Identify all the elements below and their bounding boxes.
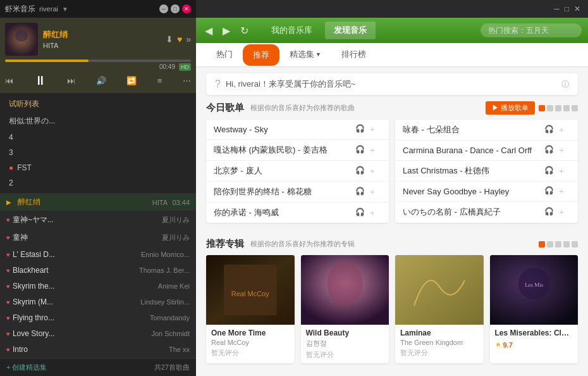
song-row[interactable]: Westway - Sky 🎧 ＋ (206, 120, 389, 140)
list-item[interactable]: ♥ 童神 夏川りみ (0, 229, 196, 247)
play-pause-button[interactable]: ⏸ (34, 73, 47, 88)
back-button[interactable]: ◀ (202, 22, 215, 39)
albums-dot-3[interactable] (555, 241, 561, 248)
minimize-button[interactable]: ─ (159, 4, 168, 13)
sidebar-item-similar[interactable]: 相似:世界の... (0, 113, 196, 130)
tab-charts[interactable]: 排行榜 (331, 44, 376, 66)
headphone-icon[interactable]: 🎧 (544, 125, 554, 135)
headphone-icon[interactable]: 🎧 (355, 166, 365, 177)
view-dot-3[interactable] (555, 105, 561, 111)
song-row[interactable]: Last Christmas - 杜德伟 🎧 ＋ (395, 161, 578, 182)
tab-recommend[interactable]: 推荐 (243, 44, 279, 66)
playlist-item-active[interactable]: ▶ 醉红绡 HITA 03:44 (0, 194, 196, 211)
list-item[interactable]: ♥ Intro The xx (0, 342, 196, 358)
progress-bar[interactable] (5, 60, 191, 62)
list-item[interactable]: ♥ Skyrim (M... Lindsey Stirlin... (0, 294, 196, 310)
prev-button[interactable]: ⏮ (5, 76, 13, 85)
main-close-button[interactable]: ✕ (572, 4, 583, 13)
more-button[interactable]: » (186, 34, 191, 44)
nav-tabs: 我的音乐库 发现音乐 (262, 22, 376, 39)
add-icon[interactable]: ＋ (558, 166, 565, 177)
sidebar-item-shiting[interactable]: 试听列表 (0, 96, 196, 113)
sidebar-item-3[interactable]: 3 (0, 145, 196, 160)
album-info: Laminae The Green Kingdom 暂无评分 (395, 325, 484, 361)
more-controls-button[interactable]: ⋯ (183, 76, 191, 85)
headphone-icon[interactable]: 🎧 (355, 187, 365, 197)
song-row[interactable]: 陪你到世界的终结 - 棉花糖 🎧 ＋ (206, 182, 389, 203)
headphone-icon[interactable]: 🎧 (544, 186, 554, 197)
view-dot-4[interactable] (563, 105, 570, 111)
add-icon[interactable]: ＋ (558, 125, 565, 135)
song-row[interactable]: Never Say Goodbye - Hayley 🎧 ＋ (395, 182, 578, 202)
create-playlist-link[interactable]: + 创建精选集 (6, 363, 47, 372)
sidebar-item-2[interactable]: 2 (0, 175, 196, 191)
favorite-button[interactable]: ♥ (177, 34, 182, 44)
next-button[interactable]: ⏭ (67, 76, 75, 85)
list-item[interactable]: ♥ Blackheart Thomas J. Ber... (0, 263, 196, 279)
song-row[interactable]: 北京梦 - 废人 🎧 ＋ (206, 161, 389, 182)
album-card[interactable]: Real McCoy One More Time Real McCoy 暂无评分 (206, 255, 295, 363)
main-minimize-button[interactable]: ─ (551, 4, 562, 13)
sidebar-item-fst[interactable]: ● FST (0, 160, 196, 175)
list-item[interactable]: ♥ L' Estasi D... Ennio Morrico... (0, 247, 196, 263)
add-icon[interactable]: ＋ (558, 186, 565, 197)
tab-discover[interactable]: 发现音乐 (325, 22, 376, 39)
album-card[interactable]: Wild Beauty 김현정 暂无评分 (301, 255, 389, 363)
album-card[interactable]: Laminae The Green Kingdom 暂无评分 (395, 255, 484, 363)
album-art (5, 23, 38, 56)
view-dot-5[interactable] (572, 105, 578, 111)
pi-title: 童神 (13, 232, 133, 243)
headphone-icon[interactable]: 🎧 (544, 145, 554, 156)
list-button[interactable]: ≡ (157, 76, 162, 85)
song-row[interactable]: 咏春 - 七朵组合 🎧 ＋ (395, 120, 578, 141)
album-card[interactable]: Les Mis Les Miserables: Claude-Michel ★ … (490, 255, 579, 363)
download-button[interactable]: ⬇ (166, 34, 173, 44)
tab-hot[interactable]: 热门 (206, 44, 243, 66)
view-dot-2[interactable] (547, 105, 553, 111)
view-dot-1[interactable] (539, 105, 545, 111)
add-icon[interactable]: ＋ (369, 187, 376, 197)
forward-button[interactable]: ▶ (220, 22, 233, 39)
add-icon[interactable]: ＋ (369, 124, 376, 135)
headphone-icon[interactable]: 🎧 (355, 124, 365, 135)
main-maximize-button[interactable]: □ (562, 4, 572, 13)
song-name: Last Christmas - 杜德伟 (403, 165, 544, 177)
volume-button[interactable]: 🔊 (96, 76, 106, 85)
albums-dot-1[interactable] (539, 241, 545, 248)
headphone-icon[interactable]: 🎧 (355, 145, 365, 156)
greeting-info-icon[interactable]: ⓘ (561, 79, 569, 90)
albums-dot-2[interactable] (547, 241, 553, 248)
add-icon[interactable]: ＋ (558, 207, 565, 218)
albums-dot-4[interactable] (563, 241, 570, 248)
progress-area[interactable]: 00:49 HD (5, 60, 191, 71)
sidebar-item-4[interactable]: 4 (0, 130, 196, 145)
tab-selected[interactable]: 精选集 ▼ (279, 44, 331, 66)
maximize-button[interactable]: □ (171, 4, 180, 13)
add-icon[interactable]: ＋ (369, 145, 376, 156)
song-row[interactable]: Carmina Burana - Dance - Carl Orff 🎧 ＋ (395, 141, 578, 161)
close-button[interactable]: ✕ (182, 4, 191, 13)
list-item[interactable]: ♥ 童神~ヤマ... 夏川りみ (0, 211, 196, 229)
repeat-button[interactable]: 🔁 (126, 76, 137, 85)
headphone-icon[interactable]: 🎧 (355, 208, 365, 218)
headphone-icon[interactable]: 🎧 (544, 166, 554, 177)
list-item[interactable]: ♥ Love Story... Jon Schmidt (0, 326, 196, 342)
pi-title: Skyrim the... (13, 282, 133, 291)
search-input[interactable] (481, 23, 582, 37)
add-icon[interactable]: ＋ (558, 145, 565, 156)
add-icon[interactable]: ＋ (369, 166, 376, 177)
add-icon[interactable]: ＋ (369, 208, 376, 218)
song-actions: 🎧 ＋ (355, 187, 376, 197)
pi-artist: Tomandandy (133, 314, 190, 322)
version-dropdown-icon[interactable]: ▼ (62, 6, 68, 13)
list-item[interactable]: ♥ Flying thro... Tomandandy (0, 310, 196, 326)
song-row[interactable]: 你的承诺 - 海鸣威 🎧 ＋ (206, 203, 389, 223)
headphone-icon[interactable]: 🎧 (544, 207, 554, 218)
song-row[interactable]: 嘎达梅林 (内蒙族民歌) - 姜吉格 🎧 ＋ (206, 140, 389, 161)
tab-my-music[interactable]: 我的音乐库 (262, 22, 321, 39)
refresh-button[interactable]: ↻ (238, 22, 251, 39)
list-item[interactable]: ♥ Skyrim the... Anime Kei (0, 279, 196, 294)
play-all-button[interactable]: ▶ 播放歌单 (486, 101, 535, 115)
albums-dot-5[interactable] (572, 241, 578, 248)
song-row[interactable]: いのちの名前 - 広橋真紀子 🎧 ＋ (395, 202, 578, 222)
